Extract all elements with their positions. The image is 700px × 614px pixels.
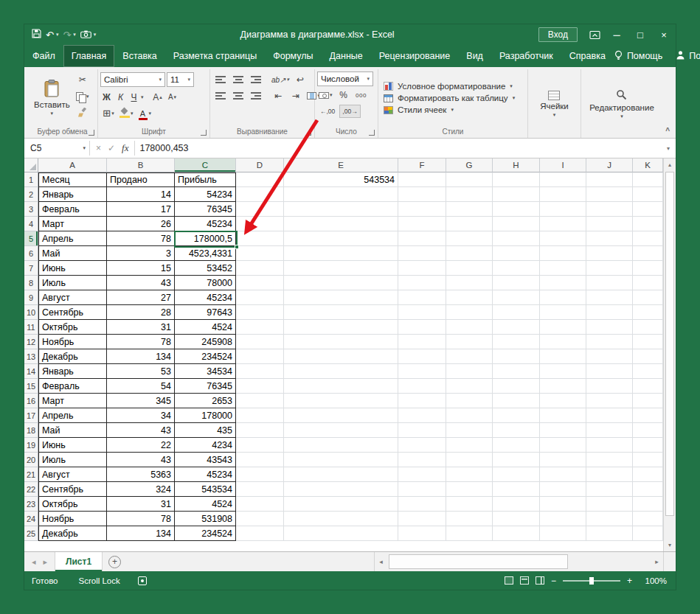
cell-E2[interactable] [284, 187, 398, 202]
cell-F3[interactable] [398, 202, 446, 217]
minimize-button[interactable]: ─ [605, 24, 628, 45]
font-color-button[interactable]: А▾ [136, 105, 153, 122]
cell-E19[interactable] [284, 438, 398, 453]
cell-F16[interactable] [398, 394, 446, 408]
cell-J8[interactable] [586, 276, 633, 290]
cell-B14[interactable]: 53 [107, 364, 175, 379]
cell-A20[interactable]: Июль [38, 453, 107, 467]
confirm-entry-icon[interactable]: ✓ [108, 143, 115, 153]
cell-I17[interactable] [540, 408, 586, 423]
cell-A24[interactable]: Ноябрь [38, 512, 107, 526]
scroll-left-icon[interactable]: ◂ [375, 558, 387, 565]
cell-B3[interactable]: 17 [107, 202, 175, 217]
row-header-5[interactable]: 5 [24, 231, 38, 246]
cell-F23[interactable] [398, 497, 446, 512]
cell-B2[interactable]: 14 [107, 187, 175, 202]
cell-B20[interactable]: 43 [107, 453, 175, 467]
cell-E17[interactable] [284, 408, 398, 423]
cell-J9[interactable] [586, 290, 633, 305]
cell-A22[interactable]: Сентябрь [38, 482, 107, 497]
cell-C22[interactable]: 543534 [175, 482, 236, 497]
cell-H13[interactable] [493, 349, 540, 364]
scroll-up-icon[interactable]: ▴ [664, 158, 676, 171]
row-header-11[interactable]: 11 [24, 320, 38, 335]
cell-K8[interactable] [633, 276, 663, 290]
cell-I15[interactable] [540, 379, 586, 394]
cell-I6[interactable] [540, 246, 586, 261]
cell-D21[interactable] [236, 467, 284, 482]
align-bottom-button[interactable] [248, 71, 264, 88]
ribbon-tab-0[interactable]: Файл [24, 45, 63, 67]
cell-I3[interactable] [540, 202, 586, 217]
cancel-entry-icon[interactable]: × [96, 143, 101, 153]
cell-K2[interactable] [633, 187, 663, 202]
cell-C2[interactable]: 54234 [175, 187, 236, 202]
cell-H6[interactable] [493, 246, 540, 261]
cell-J2[interactable] [586, 187, 633, 202]
cell-J24[interactable] [586, 512, 633, 526]
cell-E11[interactable] [284, 320, 398, 335]
cell-B9[interactable]: 27 [107, 290, 175, 305]
cell-D19[interactable] [236, 438, 284, 453]
row-header-21[interactable]: 21 [24, 467, 38, 482]
ribbon-tab-2[interactable]: Вставка [114, 45, 164, 67]
cell-J23[interactable] [586, 497, 633, 512]
cell-J1[interactable] [586, 172, 633, 187]
ribbon-tab-7[interactable]: Вид [458, 45, 491, 67]
scroll-down-icon[interactable]: ▾ [664, 539, 676, 551]
cell-E20[interactable] [284, 453, 398, 467]
cell-H19[interactable] [493, 438, 540, 453]
cell-E23[interactable] [284, 497, 398, 512]
cell-D15[interactable] [236, 379, 284, 394]
cell-A23[interactable]: Октябрь [38, 497, 107, 512]
normal-view-icon[interactable] [505, 576, 513, 585]
cell-K18[interactable] [633, 423, 663, 438]
cell-K12[interactable] [633, 335, 663, 349]
column-header-H[interactable]: H [493, 158, 540, 172]
help-item[interactable]: Помощь [614, 50, 662, 63]
cell-F1[interactable] [398, 172, 446, 187]
row-header-25[interactable]: 25 [24, 526, 38, 541]
cell-K25[interactable] [633, 526, 663, 541]
cell-H3[interactable] [493, 202, 540, 217]
cell-H1[interactable] [493, 172, 540, 187]
ribbon-tab-5[interactable]: Данные [322, 45, 371, 67]
zoom-level[interactable]: 100% [642, 576, 667, 585]
cell-D9[interactable] [236, 290, 284, 305]
cell-B1[interactable]: Продано [107, 172, 175, 187]
cell-G7[interactable] [446, 261, 493, 276]
cell-C1[interactable]: Прибыль [175, 172, 236, 187]
cell-I11[interactable] [540, 320, 586, 335]
format-painter-button[interactable] [74, 105, 91, 122]
cell-A9[interactable]: Август [38, 290, 107, 305]
cell-D18[interactable] [236, 423, 284, 438]
cell-K22[interactable] [633, 482, 663, 497]
cell-H9[interactable] [493, 290, 540, 305]
cell-F21[interactable] [398, 467, 446, 482]
cell-D6[interactable] [236, 246, 284, 261]
cell-C12[interactable]: 245908 [175, 335, 236, 349]
cell-K23[interactable] [633, 497, 663, 512]
cell-E13[interactable] [284, 349, 398, 364]
cell-J13[interactable] [586, 349, 633, 364]
cell-B4[interactable]: 26 [107, 217, 175, 231]
cell-G15[interactable] [446, 379, 493, 394]
cell-C7[interactable]: 53452 [175, 261, 236, 276]
cell-A7[interactable]: Июнь [38, 261, 107, 276]
page-break-view-icon[interactable] [536, 576, 544, 585]
align-middle-button[interactable] [230, 71, 246, 88]
cell-K9[interactable] [633, 290, 663, 305]
add-sheet-button[interactable]: + [108, 556, 121, 568]
row-header-6[interactable]: 6 [24, 246, 38, 261]
cell-E16[interactable] [284, 394, 398, 408]
cell-J6[interactable] [586, 246, 633, 261]
cell-A21[interactable]: Август [38, 467, 107, 482]
fill-color-button[interactable]: ▾ [118, 105, 135, 122]
cell-H21[interactable] [493, 467, 540, 482]
column-header-C[interactable]: C [175, 158, 236, 172]
align-center-button[interactable] [230, 88, 246, 104]
zoom-slider[interactable] [563, 580, 620, 582]
row-header-15[interactable]: 15 [24, 379, 38, 394]
cell-K20[interactable] [633, 453, 663, 467]
column-header-G[interactable]: G [446, 158, 493, 172]
